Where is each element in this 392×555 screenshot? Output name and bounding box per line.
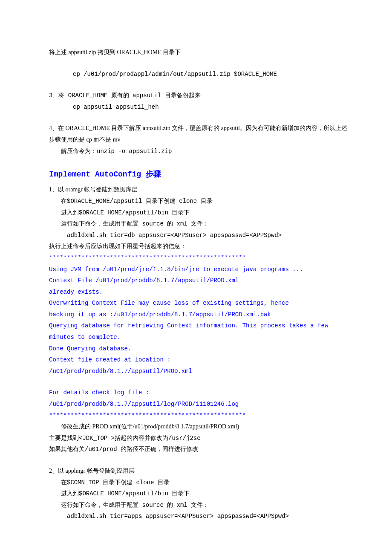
- step-line: 进入到$ORACLE_HOME/appsutil/bin 目录下: [49, 207, 349, 219]
- step-line: 在$COMN_TOP 目录下创建 clone 目录: [49, 477, 349, 489]
- command-line: 解压命令为：unzip -o appsutil.zip: [49, 146, 349, 157]
- output-line: /u01/prod/proddb/8.1.7/appsutil/log/PROD…: [49, 399, 349, 410]
- step-line: 执行上述命令后应该出现如下用星号括起来的信息：: [49, 241, 349, 252]
- output-line: Querying database for retrieving Context…: [49, 320, 349, 343]
- step-line: 运行如下命令，生成用于配置 source 的 xml 文件：: [49, 218, 349, 230]
- command-line: adbldxml.sh tier=apps appsuser=<APPSuser…: [49, 511, 349, 522]
- output-line: backing it up as :/u01/prod/proddb/8.1.7…: [49, 309, 349, 321]
- output-line: For details check log file :: [49, 387, 349, 399]
- paragraph: 主要是找到<JDK_TOP >括起的内容并修改为/usr/j2se: [49, 433, 349, 444]
- separator-stars: ****************************************…: [49, 252, 349, 264]
- command-line: adbldxml.sh tier=db appsuser=<APPSuser> …: [49, 230, 349, 241]
- output-line: Context file created at location :: [49, 354, 349, 366]
- step-line: 运行如下命令，生成用于配置 source 的 xml 文件：: [49, 500, 349, 511]
- output-line: Context File /u01/prod/proddb/8.1.7/apps…: [49, 275, 349, 286]
- step-line: 2、以 applmgr 帐号登陆到应用层: [49, 465, 349, 477]
- output-line: /u01/prod/proddb/8.1.7/appsutil/PROD.xml: [49, 366, 349, 377]
- paragraph: 将上述 appsutil.zip 拷贝到 ORACLE_HOME 目录下: [49, 47, 349, 58]
- paragraph: 如果其他有关/u01/prod 的路径不正确，同样进行修改: [49, 444, 349, 455]
- command-line: cp appsutil appsutil_heh: [49, 101, 349, 113]
- paragraph: 修改生成的 PROD.xml(位于/u01/prod/proddb/8.1.7/…: [49, 421, 349, 433]
- command-line: cp /u01/prod/prodappl/admin/out/appsutil…: [49, 69, 349, 80]
- document-page: 将上述 appsutil.zip 拷贝到 ORACLE_HOME 目录下 cp …: [0, 0, 392, 555]
- paragraph: 3、将 ORACLE_HOME 原有的 appsutil 目录备份起来: [49, 90, 349, 101]
- paragraph: 4、在 ORACLE_HOME 目录下解压 appsutil.zip 文件，覆盖…: [49, 123, 349, 145]
- output-line: already exists.: [49, 286, 349, 298]
- output-line: Overwriting Context File may cause loss …: [49, 298, 349, 309]
- step-line: 1、以 oramgr 帐号登陆到数据库层: [49, 184, 349, 196]
- output-line: Done Querying database.: [49, 343, 349, 355]
- section-heading: Implement AutoConfig 步骤: [49, 167, 349, 182]
- step-line: 进入到$ORACLE_HOME/appsutil/bin 目录下: [49, 488, 349, 500]
- output-line: Using JVM from /u01/prod/jre/1.1.8/bin/j…: [49, 264, 349, 275]
- separator-stars: ****************************************…: [49, 410, 349, 422]
- step-line: 在$ORACLE_HOME/appsutil 目录下创建 clone 目录: [49, 196, 349, 207]
